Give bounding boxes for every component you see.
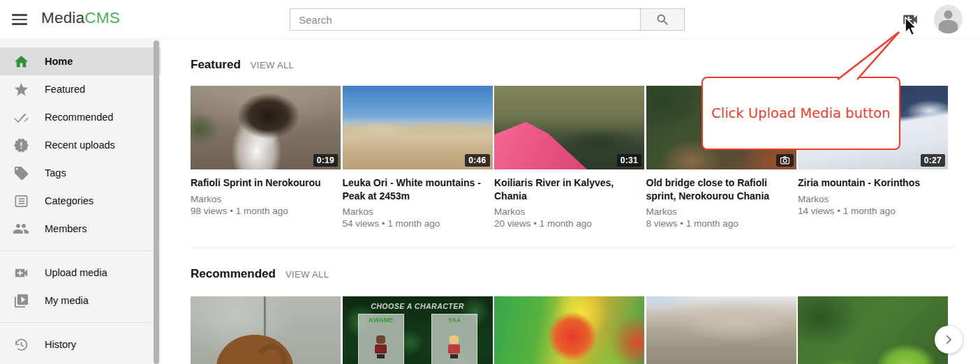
logo-text-media: Media xyxy=(41,9,84,26)
game-character-panel: KWAME xyxy=(358,314,404,364)
media-thumbnail[interactable] xyxy=(494,296,644,364)
sidebar-item-home[interactable]: Home xyxy=(0,47,161,75)
media-title[interactable]: Rafioli Sprint in Nerokourou xyxy=(191,176,341,190)
home-icon xyxy=(13,53,29,70)
annotation-text: Click Upload Media button xyxy=(711,105,890,121)
sidebar-item-label: Home xyxy=(45,56,73,67)
sidebar-divider xyxy=(0,250,161,251)
camera-icon xyxy=(776,154,794,167)
sidebar-item-members[interactable]: Members xyxy=(0,215,161,243)
featured-view-all-link[interactable]: VIEW ALL xyxy=(251,60,294,70)
media-thumbnail[interactable] xyxy=(646,296,796,364)
sidebar-item-recent-uploads[interactable]: Recent uploads xyxy=(0,131,161,159)
sidebar-item-categories[interactable]: Categories xyxy=(0,187,161,215)
history-icon xyxy=(13,336,29,353)
categories-list-icon xyxy=(13,192,29,209)
media-title[interactable]: Koiliaris River in Kalyves, Chania xyxy=(494,176,644,202)
sidebar-item-label: Recommended xyxy=(45,112,113,123)
featured-section-title: Featured xyxy=(191,58,241,72)
sidebar-divider xyxy=(0,322,161,323)
sidebar-scrollbar[interactable] xyxy=(154,40,159,364)
annotation-tooltip: Click Upload Media button xyxy=(701,77,900,150)
video-library-icon xyxy=(13,292,29,309)
media-thumbnail[interactable] xyxy=(798,296,948,364)
sidebar-item-label: Featured xyxy=(45,84,85,95)
pumpkin-shape xyxy=(216,335,293,364)
sidebar-item-label: Tags xyxy=(45,167,66,179)
double-check-icon xyxy=(13,109,29,126)
kayak-shape xyxy=(494,121,587,169)
sidebar-item-upload-media[interactable]: Upload media xyxy=(0,259,161,287)
media-meta: 14 views • 1 month ago xyxy=(798,205,948,217)
sidebar: Home Featured Recommended Recent uploads… xyxy=(0,39,161,364)
people-icon xyxy=(13,220,29,237)
sidebar-item-featured[interactable]: Featured xyxy=(0,75,161,103)
logo-text-cms: CMS xyxy=(84,9,120,26)
new-releases-icon xyxy=(13,137,29,153)
chevron-right-icon xyxy=(942,333,955,346)
sidebar-item-label: Members xyxy=(45,223,87,234)
media-author[interactable]: Markos xyxy=(343,206,493,218)
section-divider xyxy=(191,248,956,248)
duration-badge: 0:46 xyxy=(465,154,489,167)
media-thumbnail[interactable]: 0:46 xyxy=(343,86,493,169)
sidebar-item-history[interactable]: History xyxy=(0,331,161,358)
media-thumbnail[interactable] xyxy=(191,296,341,364)
search-icon xyxy=(655,13,670,27)
media-author[interactable]: Markos xyxy=(494,206,644,218)
media-meta: 8 views • 1 month ago xyxy=(646,218,796,229)
recommended-cards-row: CHOOSE A CHARACTER KWAME YAA Selected Se… xyxy=(191,296,980,364)
search-bar xyxy=(290,8,685,31)
sidebar-item-tags[interactable]: Tags xyxy=(0,159,161,187)
recommended-view-all-link[interactable]: VIEW ALL xyxy=(285,269,329,280)
media-author[interactable]: Markos xyxy=(646,206,796,218)
mediacms-app: MediaCMS Home Featured Recommended xyxy=(0,0,980,364)
sidebar-item-label: Categories xyxy=(45,195,94,206)
search-input[interactable] xyxy=(290,8,640,31)
recommended-section-title: Recommended xyxy=(191,267,276,281)
media-card[interactable]: 0:31 Koiliaris River in Kalyves, Chania … xyxy=(494,86,644,229)
media-title[interactable]: Old bridge close to Rafioli sprint, Nero… xyxy=(646,176,796,202)
media-meta: 98 views • 1 month ago xyxy=(191,205,341,217)
sidebar-item-label: Recent uploads xyxy=(45,139,115,151)
duration-badge: 0:31 xyxy=(617,154,641,167)
media-author[interactable]: Markos xyxy=(798,193,948,205)
sidebar-item-label: My media xyxy=(45,295,89,306)
duration-badge: 0:27 xyxy=(921,154,945,167)
game-character-panel: YAA xyxy=(431,314,477,364)
sidebar-item-recommended[interactable]: Recommended xyxy=(0,103,161,131)
game-heading-text: CHOOSE A CHARACTER xyxy=(343,302,493,310)
mouse-cursor-icon xyxy=(903,17,920,38)
media-card[interactable]: 0:46 Leuka Ori - White mountains - Peak … xyxy=(343,86,493,229)
sidebar-item-label: History xyxy=(45,339,76,350)
sidebar-item-my-media[interactable]: My media xyxy=(0,287,161,314)
media-author[interactable]: Markos xyxy=(191,193,341,205)
media-card[interactable]: 0:19 Rafioli Sprint in Nerokourou Markos… xyxy=(191,86,341,229)
media-thumbnail[interactable]: 0:31 xyxy=(494,86,644,169)
media-meta: 20 views • 1 month ago xyxy=(494,218,644,229)
game-character-sprite xyxy=(375,335,387,358)
sidebar-item-label: Upload media xyxy=(45,267,107,278)
hamburger-menu-icon[interactable] xyxy=(10,10,29,29)
game-character-sprite xyxy=(448,335,461,358)
media-title[interactable]: Leuka Ori - White mountains - Peak at 24… xyxy=(343,176,493,202)
user-avatar[interactable] xyxy=(934,5,963,33)
recommended-section-header: Recommended VIEW ALL xyxy=(191,267,980,281)
tag-icon xyxy=(13,165,29,181)
app-logo[interactable]: MediaCMS xyxy=(41,9,120,27)
media-thumbnail[interactable]: 0:19 xyxy=(191,86,341,169)
star-icon xyxy=(13,81,29,98)
person-icon xyxy=(934,5,963,33)
media-meta: 54 views • 1 month ago xyxy=(343,218,493,229)
media-thumbnail[interactable]: CHOOSE A CHARACTER KWAME YAA Selected Se… xyxy=(343,296,493,364)
duration-badge: 0:19 xyxy=(313,154,338,167)
media-title[interactable]: Ziria mountain - Korinthos xyxy=(798,176,948,190)
search-button[interactable] xyxy=(640,8,685,31)
carousel-next-button[interactable] xyxy=(935,326,963,354)
annotation-callout-tail xyxy=(803,21,914,85)
video-call-icon xyxy=(13,264,29,281)
